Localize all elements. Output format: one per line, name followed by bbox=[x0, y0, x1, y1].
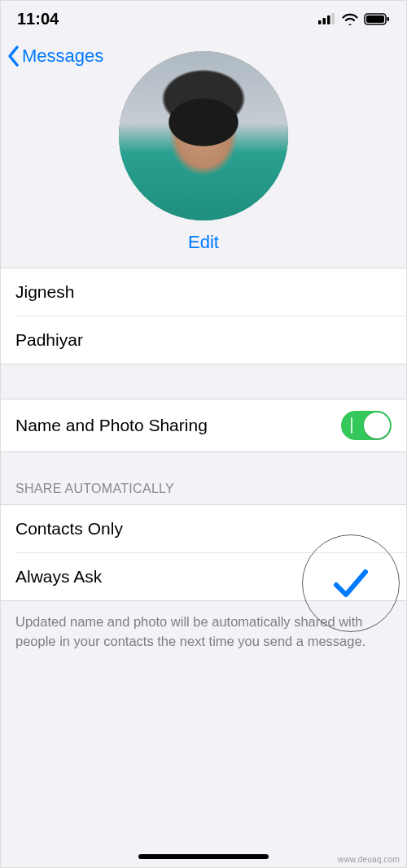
home-indicator[interactable] bbox=[138, 854, 269, 859]
svg-rect-5 bbox=[366, 15, 384, 23]
wifi-icon bbox=[341, 12, 359, 25]
share-auto-group: Contacts Only Always Ask bbox=[1, 504, 406, 601]
watermark: www.deuaq.com bbox=[338, 855, 400, 864]
chevron-left-icon bbox=[7, 46, 20, 67]
back-button[interactable]: Messages bbox=[7, 46, 103, 67]
avatar[interactable] bbox=[119, 51, 288, 220]
sharing-toggle[interactable] bbox=[341, 411, 392, 440]
edit-photo-button[interactable]: Edit bbox=[188, 232, 219, 253]
first-name-value: Jignesh bbox=[15, 282, 74, 302]
option-label: Always Ask bbox=[15, 567, 102, 587]
option-always-ask[interactable]: Always Ask bbox=[1, 553, 406, 600]
cellular-icon bbox=[318, 13, 336, 24]
status-icons bbox=[318, 12, 390, 25]
last-name-field[interactable]: Padhiyar bbox=[1, 316, 406, 364]
option-label: Contacts Only bbox=[15, 519, 123, 539]
option-contacts-only[interactable]: Contacts Only bbox=[1, 505, 406, 552]
first-name-field[interactable]: Jignesh bbox=[1, 268, 406, 316]
sharing-label: Name and Photo Sharing bbox=[15, 416, 208, 435]
svg-rect-0 bbox=[318, 20, 322, 24]
svg-rect-1 bbox=[323, 18, 326, 24]
svg-rect-2 bbox=[327, 15, 330, 24]
svg-rect-3 bbox=[332, 13, 335, 24]
profile-section: Edit bbox=[1, 76, 406, 268]
last-name-value: Padhiyar bbox=[15, 330, 83, 350]
status-time: 11:04 bbox=[17, 10, 59, 28]
name-photo-sharing-row: Name and Photo Sharing bbox=[1, 399, 406, 451]
back-label: Messages bbox=[22, 46, 103, 67]
share-auto-footer: Updated name and photo will be automatic… bbox=[1, 601, 406, 663]
name-fields-group: Jignesh Padhiyar bbox=[1, 268, 406, 364]
battery-icon bbox=[364, 13, 390, 25]
sharing-group: Name and Photo Sharing bbox=[1, 399, 406, 452]
share-auto-header: SHARE AUTOMATICALLY bbox=[1, 452, 406, 504]
svg-rect-6 bbox=[387, 17, 390, 21]
status-bar: 11:04 bbox=[1, 1, 406, 37]
toggle-knob bbox=[364, 412, 390, 438]
avatar-photo bbox=[119, 51, 288, 220]
